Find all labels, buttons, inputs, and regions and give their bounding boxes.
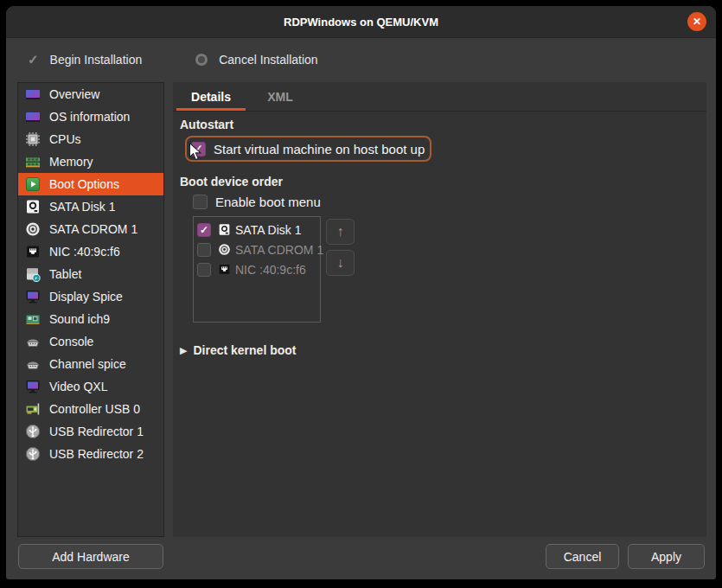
sidebar-item-sata-cdrom-1[interactable]: SATA CDROM 1 — [18, 218, 163, 240]
sidebar-item-sata-disk-1[interactable]: SATA Disk 1 — [18, 195, 163, 218]
sidebar-item-label: Tablet — [49, 267, 81, 281]
boot-icon — [25, 176, 41, 192]
direct-kernel-boot-expander[interactable]: ▶ Direct kernel boot — [180, 343, 297, 357]
boot-device-checkbox[interactable]: ✓ — [197, 223, 211, 237]
autostart-checkbox[interactable]: ✓ — [191, 142, 206, 157]
sidebar-item-console[interactable]: Console — [18, 330, 163, 353]
tab-details[interactable]: Details — [176, 82, 246, 111]
monitor-icon — [25, 379, 41, 394]
boot-device-checkbox[interactable] — [197, 263, 211, 277]
sidebar-item-label: Channel spice — [49, 357, 126, 371]
sidebar-item-label: Video QXL — [49, 380, 107, 393]
sidebar-item-usb-redirector-1[interactable]: USB Redirector 1 — [18, 420, 163, 443]
move-down-button[interactable]: ↓ — [326, 250, 355, 276]
sidebar-item-label: USB Redirector 1 — [49, 425, 144, 438]
vm-details-window: RDPWindows on QEMU/KVM ✕ ✓ Begin Install… — [6, 6, 716, 579]
sidebar-item-label: CPUs — [49, 132, 81, 146]
sidebar-item-label: SATA CDROM 1 — [49, 222, 137, 236]
cancel-installation-button[interactable]: Cancel Installation — [195, 53, 317, 67]
move-up-button[interactable]: ↑ — [326, 219, 355, 245]
window-title: RDPWindows on QEMU/KVM — [284, 16, 438, 29]
usb-icon — [25, 424, 41, 439]
tab-xml[interactable]: XML — [246, 82, 315, 111]
enable-boot-menu-row[interactable]: Enable boot menu — [193, 195, 321, 209]
sidebar-item-label: Overview — [49, 87, 99, 101]
toolbar: ✓ Begin Installation Cancel Installation — [6, 38, 716, 81]
boot-device-list: ✓SATA Disk 1SATA CDROM 1NIC :40:9c:f6 — [193, 216, 321, 323]
controller-icon — [25, 401, 41, 417]
hardware-sidebar: OverviewOS informationCPUsMemoryBoot Opt… — [17, 82, 164, 537]
sound-icon — [25, 311, 41, 327]
sidebar-item-display-spice[interactable]: Display Spice — [18, 285, 163, 308]
serial-icon — [25, 356, 41, 372]
sidebar-item-channel-spice[interactable]: Channel spice — [18, 353, 163, 375]
autostart-row[interactable]: ✓ Start virtual machine on host boot up — [185, 136, 431, 162]
cpu-icon — [25, 131, 41, 147]
close-icon[interactable]: ✕ — [687, 12, 706, 31]
sidebar-item-boot-options[interactable]: Boot Options — [18, 173, 163, 195]
autostart-heading: Autostart — [180, 118, 233, 131]
sidebar-item-label: Memory — [49, 155, 93, 169]
tab-bar: DetailsXML — [173, 82, 706, 112]
sidebar-item-label: Boot Options — [49, 177, 119, 191]
begin-installation-button[interactable]: ✓ Begin Installation — [28, 52, 142, 67]
sidebar-item-label: OS information — [49, 110, 130, 124]
sidebar-item-tablet[interactable]: Tablet — [18, 263, 163, 285]
memory-icon — [25, 154, 41, 169]
sidebar-item-cpus[interactable]: CPUs — [18, 128, 163, 150]
card-icon — [25, 109, 41, 125]
nic-icon — [218, 263, 231, 276]
begin-installation-label: Begin Installation — [50, 53, 143, 67]
boot-device-checkbox[interactable] — [197, 243, 211, 257]
sidebar-item-sound-ich9[interactable]: Sound ich9 — [18, 308, 163, 330]
check-icon: ✓ — [28, 52, 39, 67]
card-icon — [25, 86, 41, 102]
sidebar-item-label: USB Redirector 2 — [49, 447, 144, 461]
cancel-button[interactable]: Cancel — [546, 544, 619, 569]
boot-device-label: SATA CDROM 1 — [235, 243, 323, 257]
autostart-checkbox-label: Start virtual machine on host boot up — [214, 142, 425, 157]
enable-boot-menu-label: Enable boot menu — [215, 195, 321, 209]
nic-icon — [25, 244, 41, 259]
sidebar-item-video-qxl[interactable]: Video QXL — [18, 375, 163, 398]
sidebar-item-nic-40-9c-f6[interactable]: NIC :40:9c:f6 — [18, 240, 163, 263]
titlebar[interactable]: RDPWindows on QEMU/KVM ✕ — [6, 6, 716, 38]
boot-device-label: NIC :40:9c:f6 — [235, 263, 306, 277]
direct-kernel-boot-label: Direct kernel boot — [193, 343, 296, 357]
boot-device-label: SATA Disk 1 — [235, 223, 302, 237]
sidebar-item-os-information[interactable]: OS information — [18, 105, 163, 128]
details-panel: DetailsXML Autostart ✓ Start virtual mac… — [173, 82, 706, 537]
disk-icon — [25, 199, 41, 214]
sidebar-item-label: Sound ich9 — [49, 312, 110, 326]
sidebar-item-label: SATA Disk 1 — [49, 200, 116, 214]
enable-boot-menu-checkbox[interactable] — [193, 195, 208, 209]
sidebar-item-label: Console — [49, 335, 93, 348]
sidebar-item-label: NIC :40:9c:f6 — [49, 245, 120, 259]
arrow-down-icon: ↓ — [337, 255, 344, 271]
boot-device-row-nic-40-9c-f6[interactable]: NIC :40:9c:f6 — [194, 259, 320, 279]
add-hardware-button[interactable]: Add Hardware — [18, 544, 163, 569]
cancel-installation-label: Cancel Installation — [219, 53, 317, 67]
sidebar-item-overview[interactable]: Overview — [18, 83, 163, 105]
apply-button[interactable]: Apply — [628, 544, 705, 569]
boot-device-row-sata-disk-1[interactable]: ✓SATA Disk 1 — [194, 220, 320, 240]
boot-device-row-sata-cdrom-1[interactable]: SATA CDROM 1 — [194, 240, 320, 259]
cancel-circle-icon — [195, 54, 208, 66]
sidebar-item-controller-usb-0[interactable]: Controller USB 0 — [18, 398, 163, 420]
sidebar-item-label: Display Spice — [49, 290, 123, 304]
arrow-up-icon: ↑ — [337, 224, 344, 240]
cdrom-icon — [218, 243, 231, 256]
boot-device-order-heading: Boot device order — [180, 175, 283, 189]
tablet-icon — [25, 266, 41, 282]
usb-icon — [25, 446, 41, 462]
expander-triangle-icon: ▶ — [180, 345, 187, 356]
sidebar-item-usb-redirector-2[interactable]: USB Redirector 2 — [18, 443, 163, 465]
sidebar-item-label: Controller USB 0 — [49, 402, 140, 416]
serial-icon — [25, 334, 41, 349]
sidebar-item-memory[interactable]: Memory — [18, 150, 163, 173]
disk-icon — [218, 223, 231, 236]
monitor-icon — [25, 289, 41, 304]
cdrom-icon — [25, 221, 41, 237]
